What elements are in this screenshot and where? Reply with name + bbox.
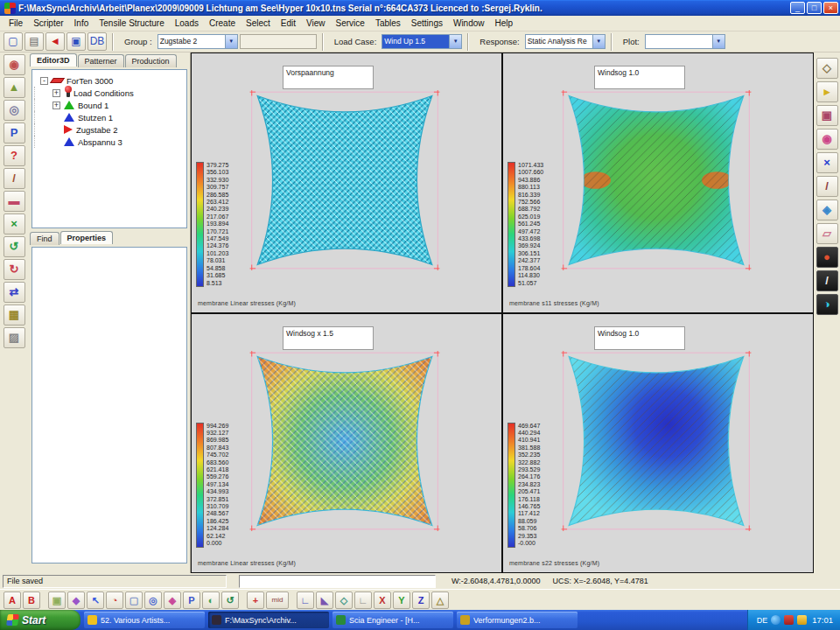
sep1[interactable]: [42, 592, 46, 609]
cad-import-icon[interactable]: ◄: [46, 32, 65, 51]
annotation-b-button[interactable]: B: [23, 592, 40, 609]
plot-combo[interactable]: ▼: [645, 34, 725, 49]
query-icon[interactable]: ?: [4, 145, 25, 166]
zoom-dynamic-icon[interactable]: ◉: [816, 129, 838, 150]
sep2[interactable]: [241, 592, 245, 609]
close-button[interactable]: ×: [823, 2, 838, 14]
axis-l3-icon[interactable]: ∟: [354, 592, 372, 609]
viewport-windsog-15[interactable]: Windsog x 1.5 994.269932.127869.985807.8…: [192, 314, 501, 573]
tree-item[interactable]: Stutzen 1: [34, 111, 185, 123]
expand-toggle-icon[interactable]: +: [52, 102, 60, 109]
properties-pane[interactable]: [32, 247, 187, 564]
render-sphere-icon[interactable]: ●: [816, 247, 838, 268]
ucs-3d-icon[interactable]: △: [431, 592, 449, 609]
new-drawing-icon[interactable]: ▢: [4, 32, 23, 51]
tree-item[interactable]: Zugstabe 2: [34, 123, 185, 136]
tab-production[interactable]: Production: [125, 54, 177, 67]
tree-item[interactable]: - ForTen 3000: [34, 74, 185, 87]
menu-item[interactable]: View: [301, 17, 331, 30]
gem-tool-icon[interactable]: ◈: [164, 592, 181, 609]
copy-view-icon[interactable]: ▱: [816, 223, 838, 244]
menu-item[interactable]: Select: [241, 17, 276, 30]
dome-mesh-icon[interactable]: ◎: [4, 100, 25, 121]
zoom-window-icon[interactable]: ▣: [816, 105, 838, 126]
pie-tool-icon[interactable]: ◐: [202, 592, 220, 609]
language-indicator[interactable]: DE: [757, 616, 768, 625]
membrane-plot[interactable]: [559, 351, 753, 531]
annotation-a-button[interactable]: A: [4, 592, 21, 609]
menu-item[interactable]: Info: [69, 17, 94, 30]
ucs-y-icon[interactable]: Y: [393, 592, 410, 609]
dimension-icon[interactable]: /: [4, 168, 25, 189]
taskbar-task[interactable]: F:\MaxSync\Archiv...: [208, 612, 329, 628]
terrain-icon[interactable]: ▲: [4, 77, 25, 98]
viewport-windsog-s11[interactable]: Windsog 1.0 1071.4331007.660943.886880.1…: [503, 53, 813, 312]
chevron-down-icon[interactable]: ▼: [449, 35, 461, 48]
minimize-button[interactable]: _: [790, 2, 805, 14]
box-tool-icon[interactable]: ▢: [125, 592, 143, 609]
taskbar-task[interactable]: 52. Various Artists...: [84, 612, 205, 628]
tab-properties[interactable]: Properties: [60, 231, 114, 244]
plane-view-icon[interactable]: ▸: [816, 81, 838, 102]
chevron-down-icon[interactable]: ▼: [592, 35, 605, 48]
solids-tool-icon[interactable]: ◆: [67, 592, 85, 609]
redo-ring-icon[interactable]: ↻: [4, 259, 25, 280]
expand-toggle-icon[interactable]: +: [52, 89, 60, 97]
viewport-windsog-s22[interactable]: Windsog 1.0 469.647440.294410.941381.588…: [503, 314, 813, 573]
zoom-out-icon[interactable]: ×: [816, 152, 838, 173]
measure-line-icon[interactable]: /: [816, 176, 838, 197]
view-3d-icon[interactable]: ◇: [816, 58, 838, 79]
membrane-plot[interactable]: [559, 90, 753, 270]
menu-item[interactable]: Window: [448, 17, 490, 30]
tab-patterner[interactable]: Patterner: [78, 54, 124, 67]
import-pages-icon[interactable]: ▤: [24, 32, 44, 51]
point-properties-icon[interactable]: P: [4, 122, 25, 144]
database-icon[interactable]: DB: [88, 32, 107, 51]
network-tray-icon[interactable]: [771, 615, 780, 625]
ring-tool-icon[interactable]: ◎: [144, 592, 162, 609]
command-input[interactable]: [239, 575, 436, 588]
menu-item[interactable]: Loads: [170, 17, 204, 30]
taskbar-task[interactable]: Scia Engineer - [H...: [332, 612, 453, 628]
menu-item[interactable]: File: [4, 17, 28, 30]
menu-item[interactable]: Tables: [370, 17, 406, 30]
ucs-x-icon[interactable]: X: [374, 592, 391, 609]
select-arrow-icon[interactable]: ↖: [87, 592, 104, 609]
orbit-tool-icon[interactable]: ↺: [221, 592, 239, 609]
fabric-roll-icon[interactable]: ▬: [4, 191, 25, 212]
group-combo[interactable]: Zugstabe 2 ▼: [158, 34, 238, 49]
start-button[interactable]: Start: [0, 610, 80, 630]
menu-item[interactable]: Settings: [406, 17, 448, 30]
undo-arrow-icon[interactable]: ↺: [4, 236, 25, 257]
menu-item[interactable]: Tensile Structure: [94, 17, 169, 30]
circle-tool-icon[interactable]: ◔: [106, 592, 123, 609]
menu-item[interactable]: Service: [331, 17, 370, 30]
loadcase-combo[interactable]: Wind Up 1.5 ▼: [382, 34, 462, 49]
sketch-icon[interactable]: ▨: [4, 327, 25, 348]
light-pencil-icon[interactable]: /: [816, 270, 838, 291]
delete-trash-icon[interactable]: ▦: [4, 304, 25, 326]
save-icon[interactable]: ▣: [66, 32, 86, 51]
menu-item[interactable]: Create: [204, 17, 241, 30]
axis-l1-icon[interactable]: ∟: [297, 592, 314, 609]
expand-toggle-icon[interactable]: -: [40, 77, 48, 85]
response-combo[interactable]: Static Analysis Re ▼: [525, 34, 606, 49]
taskbar-task[interactable]: Verformungen2.b...: [457, 612, 578, 628]
tree-item[interactable]: + Load Conditions: [34, 87, 185, 99]
tab-editor3d[interactable]: Editor3D: [30, 53, 77, 66]
tab-find[interactable]: Find: [30, 232, 60, 245]
menu-item[interactable]: Edit: [276, 17, 301, 30]
menu-item[interactable]: Scripter: [28, 17, 68, 30]
snap-mid-icon[interactable]: mid: [266, 592, 289, 609]
shade-mode-icon[interactable]: ◑: [816, 294, 838, 315]
chevron-down-icon[interactable]: ▼: [225, 35, 237, 48]
maximize-button[interactable]: □: [807, 2, 822, 14]
snap-point-icon[interactable]: +: [247, 592, 264, 609]
model-tree[interactable]: - ForTen 3000 + Load Conditions + Bound …: [32, 69, 187, 228]
exchange-icon[interactable]: ×: [4, 214, 25, 234]
axis-plane-icon[interactable]: ◇: [335, 592, 353, 609]
viewport-prestress[interactable]: Vorspaannung 379.275356.103332.930309.75…: [192, 53, 501, 312]
swap-ab-icon[interactable]: ⇄: [4, 282, 25, 303]
rotate-view-icon[interactable]: ◈: [816, 200, 838, 220]
axis-l2-icon[interactable]: ◣: [316, 592, 333, 609]
